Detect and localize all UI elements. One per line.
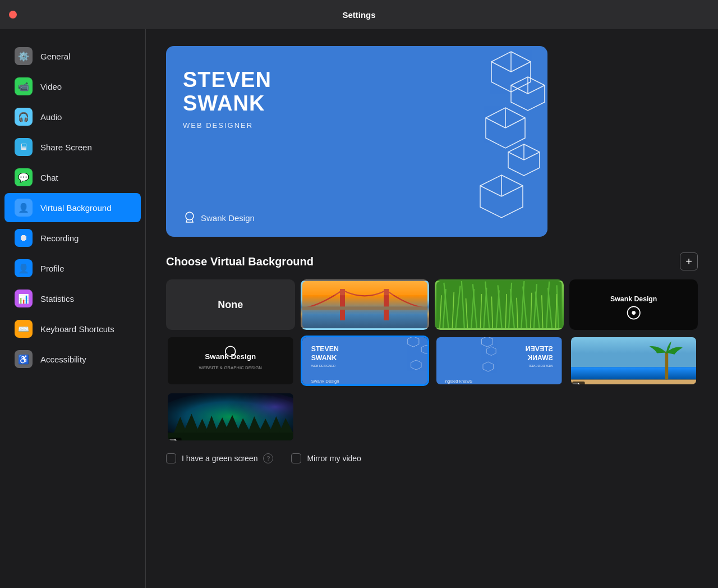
bg-option-grass[interactable] [435,279,564,330]
swank-dark-svg: Swank Design [571,281,697,328]
person-icon: 👤 [15,199,33,217]
svg-line-7 [528,85,545,94]
svg-text:WEB DESIGNER: WEB DESIGNER [311,364,335,368]
svg-line-18 [480,186,501,196]
svg-line-11 [505,118,525,128]
aurora-svg [168,393,293,440]
sidebar-item-share-screen[interactable]: 🖥 Share Screen [4,132,141,162]
bg-option-swank-dark[interactable]: Swank Design [569,279,698,330]
svg-point-59 [632,311,636,315]
svg-rect-56 [571,281,697,328]
svg-text:WEB DESIGNER: WEB DESIGNER [528,364,553,368]
svg-rect-82 [571,380,697,384]
share-screen-icon: 🖥 [15,138,33,156]
sidebar-item-audio[interactable]: 🎧 Audio [4,102,141,131]
sidebar-item-accessibility[interactable]: ♿ Accessibility [4,344,141,374]
svg-text:Swank Design: Swank Design [610,295,657,303]
svg-text:STEVEN: STEVEN [526,345,553,353]
sidebar-item-profile[interactable]: 👤 Profile [4,254,141,283]
keyboard-icon: ⌨️ [15,320,33,338]
green-screen-label: I have a green screen [182,454,257,463]
sidebar-item-virtual-background[interactable]: 👤 Virtual Background [4,193,141,222]
svg-text:Swank Design: Swank Design [311,379,339,384]
svg-rect-80 [571,337,697,367]
grass-svg [436,281,562,328]
sidebar-label-profile: Profile [40,264,65,273]
preview-job-title: WEB DESIGNER [183,121,271,130]
green-screen-checkbox-item[interactable]: I have a green screen ? [166,453,273,463]
svg-rect-81 [571,367,697,379]
svg-text:ngised knawS: ngised knawS [445,379,473,384]
virtual-background-preview: STEVEN SWANK WEB DESIGNER Swank Design [166,46,547,237]
bg-option-swank-card-reversed[interactable]: STEVEN SWANK WEB DESIGNER ngised knawS [435,336,564,386]
add-background-button[interactable]: + [680,252,698,270]
sidebar-label-accessibility: Accessibility [40,355,86,364]
window-title: Settings [342,10,375,20]
close-button[interactable] [9,11,17,19]
sidebar-item-chat[interactable]: 💬 Chat [4,163,141,192]
svg-line-15 [524,152,540,160]
preview-card-text: STEVEN SWANK WEB DESIGNER [183,68,271,130]
svg-line-6 [511,85,528,94]
preview-last-name: SWANK [183,92,271,116]
bg-option-none[interactable]: None [166,279,295,330]
svg-rect-25 [302,281,428,295]
sidebar-label-audio: Audio [40,112,62,122]
chat-icon: 💬 [15,168,33,186]
sidebar-label-statistics: Statistics [40,294,74,304]
brand-label: Swank Design [201,213,255,223]
sidebar-item-video[interactable]: 📹 Video [4,72,141,101]
svg-line-3 [511,62,531,72]
svg-rect-103 [169,439,174,440]
record-icon: ⏺ [15,229,33,247]
sidebar-item-statistics[interactable]: 📊 Statistics [4,284,141,313]
svg-line-19 [501,186,523,196]
sidebar: ⚙️ General 📹 Video 🎧 Audio 🖥 Share Scree… [0,29,146,588]
bg-option-aurora[interactable] [166,392,295,442]
cube-decorations-svg [424,46,547,237]
swank-card-svg: STEVEN SWANK WEB DESIGNER Swank Design [302,337,428,384]
add-icon: + [685,255,692,268]
svg-rect-24 [302,306,428,310]
svg-rect-83 [665,351,668,379]
bg-option-swank-bg[interactable]: Swank Design WEBSITE & GRAPHIC DESIGN [166,336,295,386]
sidebar-label-general: General [40,52,70,61]
bg-option-beach[interactable] [569,336,698,386]
mirror-video-checkbox-item[interactable]: Mirror my video [291,453,361,463]
bg-option-golden-gate[interactable] [301,279,430,330]
bg-option-swank-card[interactable]: STEVEN SWANK WEB DESIGNER Swank Design [301,336,430,386]
mirror-video-label: Mirror my video [307,454,361,463]
accessibility-icon: ♿ [15,350,33,368]
sidebar-label-recording: Recording [40,233,79,243]
content-area: STEVEN SWANK WEB DESIGNER Swank Design [146,29,718,588]
stats-icon: 📊 [15,290,33,307]
mirror-video-checkbox[interactable] [291,453,301,463]
choose-bg-header: Choose Virtual Background + [166,252,698,270]
headphone-icon: 🎧 [15,108,33,126]
green-screen-help-icon[interactable]: ? [263,453,273,463]
svg-text:WEBSITE & GRAPHIC DESIGN: WEBSITE & GRAPHIC DESIGN [199,365,262,370]
green-screen-checkbox[interactable] [166,453,176,463]
video-icon: 📹 [15,77,33,95]
sidebar-item-keyboard-shortcuts[interactable]: ⌨️ Keyboard Shortcuts [4,314,141,343]
svg-line-14 [508,152,524,160]
svg-text:SWANK: SWANK [311,354,337,362]
profile-icon: 👤 [15,259,33,277]
svg-rect-85 [573,383,578,384]
sidebar-label-video: Video [40,82,62,91]
svg-text:SWANK: SWANK [527,354,553,362]
svg-rect-90 [168,433,293,440]
sidebar-item-recording[interactable]: ⏺ Recording [4,223,141,252]
sidebar-label-chat: Chat [40,173,58,182]
svg-text:STEVEN: STEVEN [311,345,338,353]
swank-logo-icon [183,211,196,224]
gear-icon: ⚙️ [15,47,33,65]
title-bar: Settings [0,0,718,29]
svg-rect-21 [302,314,428,328]
preview-first-name: STEVEN [183,68,271,92]
swank-bg-svg: Swank Design WEBSITE & GRAPHIC DESIGN [168,337,293,384]
svg-line-10 [486,118,505,128]
svg-rect-60 [168,337,293,384]
sidebar-item-general[interactable]: ⚙️ General [4,42,141,71]
sidebar-label-share-screen: Share Screen [40,143,92,152]
